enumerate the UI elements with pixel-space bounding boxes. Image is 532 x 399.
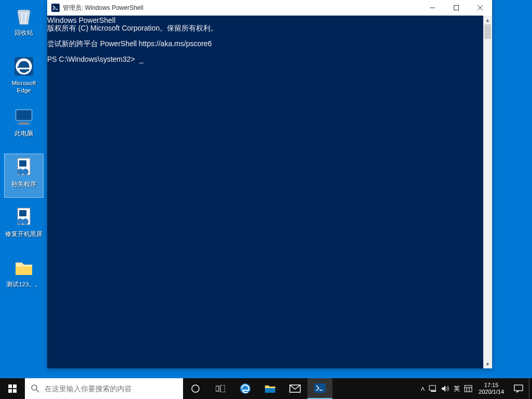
windows-logo-icon (8, 384, 17, 393)
task-view-icon (216, 385, 225, 392)
desktop-icon-test123[interactable]: 测试123。。 (4, 254, 44, 298)
powershell-console[interactable]: Windows PowerShell 版权所有 (C) Microsoft Co… (47, 16, 483, 368)
svg-rect-33 (465, 386, 472, 392)
clock-date: 2020/1/14 (479, 389, 504, 395)
svg-rect-37 (514, 385, 523, 391)
recycle-bin-icon (12, 5, 35, 27)
volume-icon[interactable] (441, 385, 450, 392)
show-desktop-button[interactable] (529, 378, 532, 399)
titlebar[interactable]: 管理员: Windows PowerShell (47, 0, 492, 16)
batch-file-icon (12, 206, 35, 229)
minimize-button[interactable] (421, 0, 444, 16)
tray-overflow-icon[interactable]: ᐱ (421, 386, 425, 392)
svg-point-22 (32, 385, 37, 390)
desktop-icon-label: 回收站 (15, 30, 33, 37)
cortana-icon (191, 384, 200, 393)
file-explorer-icon (264, 384, 276, 393)
folder-icon (12, 256, 35, 279)
svg-point-8 (22, 169, 29, 175)
console-line: PS C:\Windows\system32> (47, 55, 135, 63)
system-tray: ᐱ 英 (419, 378, 474, 399)
scroll-up-icon[interactable]: ▲ (483, 16, 492, 24)
svg-rect-25 (216, 386, 219, 391)
edge-icon (12, 55, 35, 78)
clock-time: 17:15 (484, 382, 499, 389)
scroll-down-icon[interactable]: ▼ (483, 360, 492, 368)
search-icon (31, 384, 39, 393)
svg-rect-2 (17, 111, 31, 120)
console-line: 尝试新的跨平台 PowerShell https://aka.ms/pscore… (47, 39, 212, 48)
svg-rect-30 (314, 383, 326, 393)
svg-rect-31 (429, 386, 436, 390)
svg-rect-4 (18, 123, 30, 125)
edge-icon (240, 383, 251, 394)
desktop[interactable]: 回收站 Microsoft Edge 此电脑 秒关程序 修复开机黑屏 (0, 0, 532, 378)
action-center-button[interactable] (508, 378, 529, 399)
desktop-icon-this-pc[interactable]: 此电脑 (4, 103, 44, 147)
scroll-track[interactable] (483, 24, 492, 360)
notification-icon (514, 384, 523, 393)
svg-point-12 (22, 218, 29, 225)
powershell-icon (314, 383, 326, 393)
desktop-icon-seckill[interactable]: 秒关程序 (4, 154, 44, 198)
taskbar-app-edge[interactable] (233, 378, 258, 399)
powershell-body: Windows PowerShell 版权所有 (C) Microsoft Co… (47, 16, 492, 368)
svg-rect-15 (454, 6, 459, 10)
svg-rect-6 (19, 160, 26, 167)
svg-rect-10 (19, 210, 26, 216)
desktop-icon-edge[interactable]: Microsoft Edge (4, 53, 44, 97)
this-pc-icon (12, 105, 35, 128)
taskbar-app-explorer[interactable] (258, 378, 283, 399)
mail-icon (289, 384, 301, 393)
close-button[interactable] (468, 0, 492, 16)
console-line: 版权所有 (C) Microsoft Corporation。保留所有权利。 (47, 24, 218, 32)
svg-rect-18 (8, 384, 12, 388)
svg-rect-20 (8, 389, 12, 393)
ime-mode-icon[interactable] (464, 385, 472, 392)
svg-rect-19 (13, 384, 17, 388)
clock[interactable]: 17:15 2020/1/14 (474, 378, 508, 399)
desktop-icon-label: 测试123。。 (6, 281, 41, 288)
network-icon[interactable] (429, 385, 437, 392)
search-box[interactable] (25, 378, 183, 399)
taskbar-app-powershell[interactable] (307, 378, 332, 399)
svg-line-23 (36, 390, 39, 392)
powershell-window[interactable]: 管理员: Windows PowerShell Windows PowerShe… (47, 0, 492, 368)
maximize-button[interactable] (444, 0, 468, 16)
search-input[interactable] (45, 384, 177, 393)
scrollbar[interactable]: ▲ ▼ (483, 16, 492, 368)
taskbar: ᐱ 英 17:15 2020/1/14 (0, 378, 532, 399)
task-view-button[interactable] (208, 378, 233, 399)
window-title: 管理员: Windows PowerShell (63, 4, 421, 12)
ime-indicator[interactable]: 英 (454, 384, 460, 393)
desktop-icon-label: Microsoft Edge (12, 80, 36, 94)
desktop-icon-label: 此电脑 (15, 130, 33, 137)
console-line: Windows PowerShell (47, 16, 116, 24)
scroll-thumb[interactable] (484, 24, 491, 39)
desktop-icon-recycle-bin[interactable]: 回收站 (4, 3, 44, 47)
desktop-icon-label: 修复开机黑屏 (5, 231, 43, 238)
taskbar-spacer (332, 378, 419, 399)
svg-rect-28 (265, 388, 275, 393)
desktop-icon-label: 秒关程序 (11, 181, 36, 188)
powershell-icon (51, 4, 60, 12)
cursor: _ (139, 55, 144, 63)
desktop-icons: 回收站 Microsoft Edge 此电脑 秒关程序 修复开机黑屏 (4, 3, 44, 305)
svg-rect-21 (13, 389, 17, 393)
svg-point-24 (192, 385, 199, 392)
cortana-button[interactable] (183, 378, 208, 399)
svg-rect-26 (220, 385, 225, 392)
desktop-icon-fix-blackscreen[interactable]: 修复开机黑屏 (4, 204, 44, 248)
start-button[interactable] (0, 378, 25, 399)
svg-rect-3 (20, 122, 28, 123)
batch-file-icon (12, 156, 35, 179)
svg-rect-32 (431, 391, 436, 392)
taskbar-app-mail[interactable] (283, 378, 307, 399)
